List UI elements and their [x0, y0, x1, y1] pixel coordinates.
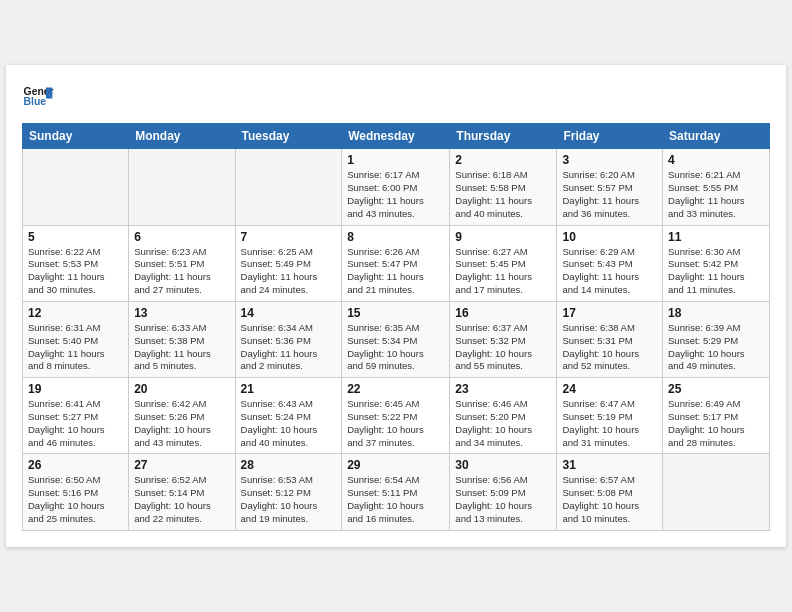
day-number: 31	[562, 458, 657, 472]
calendar-day-cell: 25Sunrise: 6:49 AM Sunset: 5:17 PM Dayli…	[663, 378, 770, 454]
day-info: Sunrise: 6:20 AM Sunset: 5:57 PM Dayligh…	[562, 169, 657, 220]
day-number: 19	[28, 382, 123, 396]
calendar-day-cell: 28Sunrise: 6:53 AM Sunset: 5:12 PM Dayli…	[235, 454, 342, 530]
calendar-week-row: 5Sunrise: 6:22 AM Sunset: 5:53 PM Daylig…	[23, 225, 770, 301]
calendar-day-cell: 13Sunrise: 6:33 AM Sunset: 5:38 PM Dayli…	[129, 301, 235, 377]
calendar-day-cell: 7Sunrise: 6:25 AM Sunset: 5:49 PM Daylig…	[235, 225, 342, 301]
weekday-header: Friday	[557, 124, 663, 149]
day-info: Sunrise: 6:22 AM Sunset: 5:53 PM Dayligh…	[28, 246, 123, 297]
weekday-header: Monday	[129, 124, 235, 149]
day-number: 9	[455, 230, 551, 244]
day-info: Sunrise: 6:45 AM Sunset: 5:22 PM Dayligh…	[347, 398, 444, 449]
calendar-day-cell: 4Sunrise: 6:21 AM Sunset: 5:55 PM Daylig…	[663, 149, 770, 225]
day-number: 15	[347, 306, 444, 320]
day-info: Sunrise: 6:37 AM Sunset: 5:32 PM Dayligh…	[455, 322, 551, 373]
calendar-day-cell: 1Sunrise: 6:17 AM Sunset: 6:00 PM Daylig…	[342, 149, 450, 225]
weekday-header: Saturday	[663, 124, 770, 149]
day-info: Sunrise: 6:49 AM Sunset: 5:17 PM Dayligh…	[668, 398, 764, 449]
day-number: 2	[455, 153, 551, 167]
day-info: Sunrise: 6:18 AM Sunset: 5:58 PM Dayligh…	[455, 169, 551, 220]
calendar-day-cell: 9Sunrise: 6:27 AM Sunset: 5:45 PM Daylig…	[450, 225, 557, 301]
calendar-day-cell	[235, 149, 342, 225]
day-number: 4	[668, 153, 764, 167]
calendar-day-cell: 30Sunrise: 6:56 AM Sunset: 5:09 PM Dayli…	[450, 454, 557, 530]
calendar-day-cell: 11Sunrise: 6:30 AM Sunset: 5:42 PM Dayli…	[663, 225, 770, 301]
day-info: Sunrise: 6:38 AM Sunset: 5:31 PM Dayligh…	[562, 322, 657, 373]
day-number: 14	[241, 306, 337, 320]
calendar-day-cell: 27Sunrise: 6:52 AM Sunset: 5:14 PM Dayli…	[129, 454, 235, 530]
calendar-day-cell: 31Sunrise: 6:57 AM Sunset: 5:08 PM Dayli…	[557, 454, 663, 530]
day-info: Sunrise: 6:53 AM Sunset: 5:12 PM Dayligh…	[241, 474, 337, 525]
calendar-day-cell: 22Sunrise: 6:45 AM Sunset: 5:22 PM Dayli…	[342, 378, 450, 454]
calendar-day-cell: 24Sunrise: 6:47 AM Sunset: 5:19 PM Dayli…	[557, 378, 663, 454]
day-number: 24	[562, 382, 657, 396]
day-number: 10	[562, 230, 657, 244]
day-info: Sunrise: 6:43 AM Sunset: 5:24 PM Dayligh…	[241, 398, 337, 449]
calendar-day-cell: 17Sunrise: 6:38 AM Sunset: 5:31 PM Dayli…	[557, 301, 663, 377]
svg-text:Blue: Blue	[24, 96, 47, 107]
day-info: Sunrise: 6:23 AM Sunset: 5:51 PM Dayligh…	[134, 246, 229, 297]
weekday-header: Thursday	[450, 124, 557, 149]
logo: General Blue	[22, 81, 54, 113]
day-number: 7	[241, 230, 337, 244]
calendar-day-cell: 6Sunrise: 6:23 AM Sunset: 5:51 PM Daylig…	[129, 225, 235, 301]
day-number: 30	[455, 458, 551, 472]
day-number: 5	[28, 230, 123, 244]
calendar-day-cell: 2Sunrise: 6:18 AM Sunset: 5:58 PM Daylig…	[450, 149, 557, 225]
day-number: 12	[28, 306, 123, 320]
day-number: 21	[241, 382, 337, 396]
day-info: Sunrise: 6:30 AM Sunset: 5:42 PM Dayligh…	[668, 246, 764, 297]
calendar-day-cell: 12Sunrise: 6:31 AM Sunset: 5:40 PM Dayli…	[23, 301, 129, 377]
day-number: 3	[562, 153, 657, 167]
calendar-day-cell: 21Sunrise: 6:43 AM Sunset: 5:24 PM Dayli…	[235, 378, 342, 454]
day-info: Sunrise: 6:35 AM Sunset: 5:34 PM Dayligh…	[347, 322, 444, 373]
calendar-week-row: 1Sunrise: 6:17 AM Sunset: 6:00 PM Daylig…	[23, 149, 770, 225]
day-number: 20	[134, 382, 229, 396]
calendar-week-row: 12Sunrise: 6:31 AM Sunset: 5:40 PM Dayli…	[23, 301, 770, 377]
day-info: Sunrise: 6:57 AM Sunset: 5:08 PM Dayligh…	[562, 474, 657, 525]
day-number: 8	[347, 230, 444, 244]
calendar-day-cell: 26Sunrise: 6:50 AM Sunset: 5:16 PM Dayli…	[23, 454, 129, 530]
calendar-day-cell: 3Sunrise: 6:20 AM Sunset: 5:57 PM Daylig…	[557, 149, 663, 225]
day-number: 18	[668, 306, 764, 320]
day-number: 25	[668, 382, 764, 396]
day-info: Sunrise: 6:29 AM Sunset: 5:43 PM Dayligh…	[562, 246, 657, 297]
day-number: 17	[562, 306, 657, 320]
day-info: Sunrise: 6:56 AM Sunset: 5:09 PM Dayligh…	[455, 474, 551, 525]
calendar-header: General Blue	[22, 81, 770, 113]
calendar-day-cell: 16Sunrise: 6:37 AM Sunset: 5:32 PM Dayli…	[450, 301, 557, 377]
calendar-day-cell	[129, 149, 235, 225]
calendar-day-cell: 23Sunrise: 6:46 AM Sunset: 5:20 PM Dayli…	[450, 378, 557, 454]
day-info: Sunrise: 6:17 AM Sunset: 6:00 PM Dayligh…	[347, 169, 444, 220]
weekday-header: Wednesday	[342, 124, 450, 149]
day-info: Sunrise: 6:27 AM Sunset: 5:45 PM Dayligh…	[455, 246, 551, 297]
calendar-day-cell: 14Sunrise: 6:34 AM Sunset: 5:36 PM Dayli…	[235, 301, 342, 377]
calendar-day-cell: 10Sunrise: 6:29 AM Sunset: 5:43 PM Dayli…	[557, 225, 663, 301]
day-number: 13	[134, 306, 229, 320]
weekday-header: Sunday	[23, 124, 129, 149]
day-info: Sunrise: 6:54 AM Sunset: 5:11 PM Dayligh…	[347, 474, 444, 525]
calendar-day-cell	[663, 454, 770, 530]
day-info: Sunrise: 6:31 AM Sunset: 5:40 PM Dayligh…	[28, 322, 123, 373]
calendar-table: SundayMondayTuesdayWednesdayThursdayFrid…	[22, 123, 770, 530]
day-number: 16	[455, 306, 551, 320]
day-info: Sunrise: 6:52 AM Sunset: 5:14 PM Dayligh…	[134, 474, 229, 525]
day-number: 27	[134, 458, 229, 472]
day-number: 29	[347, 458, 444, 472]
day-number: 26	[28, 458, 123, 472]
day-info: Sunrise: 6:47 AM Sunset: 5:19 PM Dayligh…	[562, 398, 657, 449]
day-info: Sunrise: 6:42 AM Sunset: 5:26 PM Dayligh…	[134, 398, 229, 449]
day-info: Sunrise: 6:25 AM Sunset: 5:49 PM Dayligh…	[241, 246, 337, 297]
calendar-day-cell	[23, 149, 129, 225]
calendar-day-cell: 29Sunrise: 6:54 AM Sunset: 5:11 PM Dayli…	[342, 454, 450, 530]
day-number: 6	[134, 230, 229, 244]
day-info: Sunrise: 6:39 AM Sunset: 5:29 PM Dayligh…	[668, 322, 764, 373]
day-info: Sunrise: 6:33 AM Sunset: 5:38 PM Dayligh…	[134, 322, 229, 373]
weekday-header: Tuesday	[235, 124, 342, 149]
day-info: Sunrise: 6:21 AM Sunset: 5:55 PM Dayligh…	[668, 169, 764, 220]
weekday-header-row: SundayMondayTuesdayWednesdayThursdayFrid…	[23, 124, 770, 149]
day-info: Sunrise: 6:34 AM Sunset: 5:36 PM Dayligh…	[241, 322, 337, 373]
calendar-day-cell: 15Sunrise: 6:35 AM Sunset: 5:34 PM Dayli…	[342, 301, 450, 377]
day-number: 23	[455, 382, 551, 396]
calendar-day-cell: 19Sunrise: 6:41 AM Sunset: 5:27 PM Dayli…	[23, 378, 129, 454]
